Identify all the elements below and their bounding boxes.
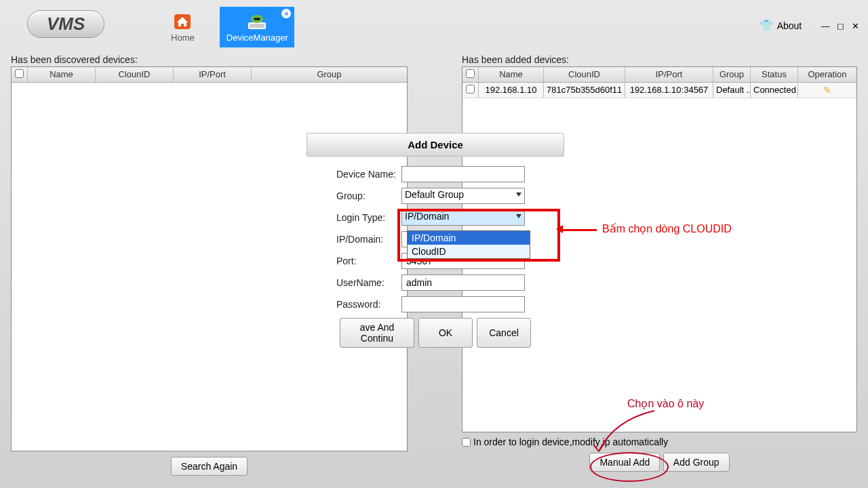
home-icon — [172, 12, 193, 31]
auto-ip-checkbox[interactable] — [462, 438, 471, 447]
cell-ipport: 192.168.1.10:34567 — [625, 83, 713, 98]
username-input[interactable] — [401, 274, 525, 291]
minimize-button[interactable]: — — [819, 21, 831, 31]
ip-domain-label: IP/Domain: — [307, 234, 401, 245]
group-label: Group: — [307, 190, 401, 201]
col-operation[interactable]: Operation — [798, 67, 856, 82]
password-input[interactable] — [401, 296, 525, 312]
col-status[interactable]: Status — [751, 67, 798, 82]
tab-home-label: Home — [171, 33, 195, 43]
row-checkbox[interactable] — [466, 85, 475, 94]
save-continue-button[interactable]: ave And Continu — [340, 318, 414, 348]
about-icon: 👕 — [760, 19, 773, 32]
search-again-button[interactable]: Search Again — [171, 457, 248, 476]
dialog-title: Add Device — [307, 133, 564, 157]
tab-device-manager-label: DeviceManager — [226, 33, 288, 43]
auto-ip-label: In order to login device,modify ip autom… — [473, 436, 668, 447]
col-name2[interactable]: Name — [479, 67, 544, 82]
about-link[interactable]: About — [777, 20, 802, 31]
added-select-all[interactable] — [466, 69, 475, 78]
table-row[interactable]: 192.168.1.10 781c75b355d60f11 192.168.1.… — [462, 83, 856, 98]
cell-name: 192.168.1.10 — [479, 83, 544, 98]
tab-home[interactable]: Home — [145, 7, 220, 47]
maximize-button[interactable]: ◻ — [834, 21, 846, 31]
cancel-button[interactable]: Cancel — [477, 318, 531, 348]
password-label: Password: — [307, 299, 401, 310]
close-button[interactable]: ✕ — [849, 21, 861, 31]
username-label: UserName: — [307, 277, 401, 288]
titlebar-right: 👕 About — ◻ ✕ — [760, 19, 861, 32]
chevron-down-icon — [516, 214, 521, 218]
tab-device-manager[interactable]: × DeviceManager — [220, 7, 294, 47]
discovered-select-all[interactable] — [15, 69, 24, 78]
port-label: Port: — [307, 256, 401, 266]
cell-group: Default ... — [713, 83, 751, 98]
device-manager-icon — [246, 12, 268, 31]
svg-rect-4 — [254, 18, 260, 20]
app-logo: VMS — [27, 10, 104, 38]
add-group-button[interactable]: Add Group — [663, 453, 730, 472]
login-type-label: Login Type: — [307, 212, 401, 223]
ok-button[interactable]: OK — [418, 318, 473, 348]
close-tab-icon[interactable]: × — [281, 9, 291, 18]
group-select[interactable]: Default Group — [401, 188, 525, 204]
tab-strip: Home × DeviceManager — [145, 0, 294, 47]
col-group2[interactable]: Group — [713, 67, 751, 82]
col-ipport[interactable]: IP/Port — [174, 67, 252, 82]
login-type-dropdown[interactable]: IP/Domain CloudID — [407, 230, 530, 259]
manual-add-button[interactable]: Manual Add — [589, 453, 660, 472]
added-title: Has been added devices: — [462, 54, 857, 65]
option-ip-domain[interactable]: IP/Domain — [408, 231, 530, 245]
col-clounid[interactable]: ClounID — [96, 67, 174, 82]
col-ipport2[interactable]: IP/Port — [625, 67, 713, 82]
col-name[interactable]: Name — [28, 67, 96, 82]
device-name-input[interactable] — [401, 166, 525, 182]
discovered-title: Has been discovered devices: — [11, 54, 408, 65]
edit-icon[interactable]: ✎ — [798, 83, 856, 98]
col-clounid2[interactable]: ClounID — [544, 67, 625, 82]
device-name-label: Device Name: — [307, 169, 401, 180]
cell-status: Connected — [751, 83, 798, 98]
login-type-select[interactable]: IP/Domain — [401, 209, 525, 226]
col-group[interactable]: Group — [252, 67, 407, 82]
svg-rect-2 — [250, 24, 264, 28]
option-cloudid[interactable]: CloudID — [408, 245, 530, 258]
title-bar: VMS Home × DeviceManager 👕 About — ◻ ✕ — [0, 0, 868, 47]
cell-clounid: 781c75b355d60f11 — [544, 83, 625, 98]
chevron-down-icon — [516, 192, 521, 197]
